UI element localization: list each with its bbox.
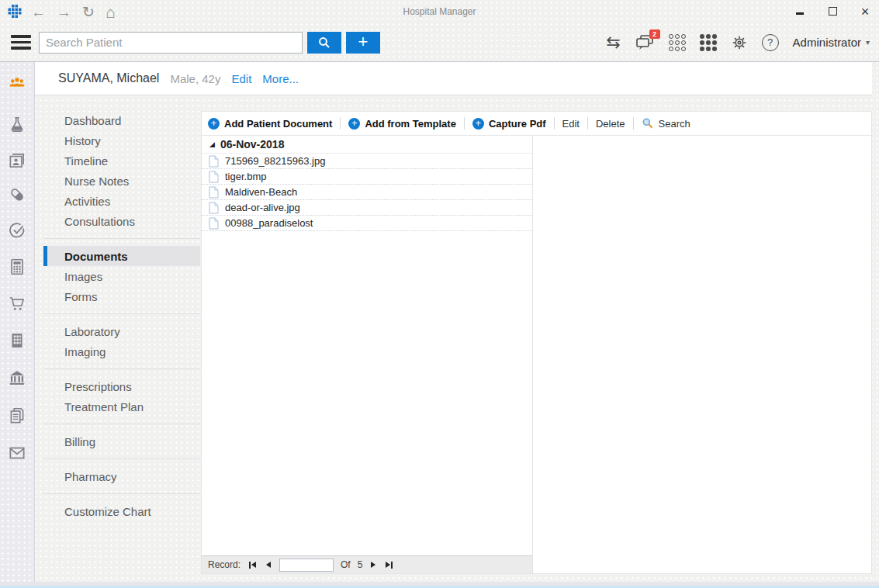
next-record-button[interactable] [369,562,377,568]
close-button[interactable]: × [857,5,873,19]
nav-divider [43,458,200,459]
document-row[interactable]: 715969_88215963.jpg [202,154,532,169]
calculator-icon[interactable] [7,257,27,277]
nav-item-activities[interactable]: Activities [43,191,200,211]
record-navigator: Record: Of 5 [202,555,532,573]
maximize-button[interactable] [825,6,840,17]
messages-badge: 2 [649,29,660,39]
patient-photo-icon[interactable] [7,150,27,171]
document-icon [209,217,219,230]
nav-item-documents[interactable]: Documents [43,246,200,266]
nav-item-imaging[interactable]: Imaging [43,341,200,361]
shopping-cart-icon[interactable] [7,293,27,313]
capture-pdf-button[interactable]: + Capture Pdf [472,118,546,130]
clinic-building-icon[interactable] [7,330,27,351]
refresh-icon[interactable]: ↻ [82,5,95,19]
nav-item-prescriptions[interactable]: Prescriptions [43,376,200,396]
plus-circle-icon: + [348,118,360,130]
nav-item-pharmacy[interactable]: Pharmacy [43,466,200,486]
title-bar: ← → ↻ ⌂ Hospital Manager × [0,0,879,23]
user-label: Administrator [793,36,861,49]
document-icon [209,155,219,168]
tasks-check-icon[interactable] [7,220,27,240]
patient-more-link[interactable]: More... [262,72,299,85]
last-record-button[interactable] [384,562,394,569]
previous-record-button[interactable] [265,562,272,568]
nav-item-dashboard[interactable]: Dashboard [43,110,200,130]
nav-item-forms[interactable]: Forms [43,286,200,306]
document-row[interactable]: dead-or-alive.jpg [202,200,532,216]
nav-item-customize-chart[interactable]: Customize Chart [43,501,200,521]
help-icon[interactable]: ? [762,34,779,51]
user-menu[interactable]: Administrator ▾ [793,36,870,49]
nav-item-history[interactable]: History [43,130,200,150]
nav-divider [43,424,200,424]
nav-item-images[interactable]: Images [43,266,200,286]
apps-filled-grid-icon[interactable] [700,34,717,51]
minimize-button[interactable] [792,6,808,17]
patient-bar: SUYAMA, Michael Male, 42y Edit More... [35,62,872,95]
chevron-down-icon: ▾ [866,38,870,47]
record-number-input[interactable] [279,559,334,572]
nav-item-treatment-plan[interactable]: Treatment Plan [43,396,200,417]
search-documents-button[interactable]: Search [642,117,690,130]
edit-button[interactable]: Edit [562,118,580,130]
document-icon [209,202,219,214]
plus-circle-icon: + [208,118,220,130]
document-row[interactable]: 00988_paradiselost [202,216,532,231]
apps-outline-grid-icon[interactable] [669,34,686,51]
lab-flask-icon[interactable] [7,115,27,135]
nav-item-consultations[interactable]: Consultations [43,211,200,231]
patient-nav: Dashboard History Timeline Nurse Notes A… [43,110,200,521]
plus-circle-icon: + [472,118,484,130]
menu-icon[interactable] [11,35,31,50]
date-group-header[interactable]: ◢ 06-Nov-2018 [202,136,532,154]
nav-item-timeline[interactable]: Timeline [43,150,200,171]
search-icon [318,36,330,49]
nav-divider [43,313,200,314]
collapse-triangle-icon[interactable]: ◢ [209,140,215,148]
messages-icon[interactable]: 2 [635,34,655,51]
back-icon[interactable]: ← [31,5,46,19]
record-of-label: Of [341,559,351,570]
medication-pill-icon[interactable] [7,185,27,205]
add-patient-button[interactable]: + [346,32,380,54]
settings-gear-icon[interactable] [731,34,748,51]
nav-divider [43,238,200,239]
document-row[interactable]: tiger.bmp [202,169,532,185]
record-label: Record: [208,559,241,570]
switch-icon[interactable]: ⇆ [606,33,620,53]
search-input[interactable] [39,32,303,54]
group-date-label: 06-Nov-2018 [220,138,285,150]
search-button[interactable] [307,32,341,54]
delete-button[interactable]: Delete [596,118,625,130]
nav-divider [43,368,200,369]
bank-institution-icon[interactable] [7,368,27,388]
documents-list: ◢ 06-Nov-2018 715969_88215963.jpg tiger.… [202,136,533,573]
document-row[interactable]: Maldiven-Beach [202,185,532,200]
patients-group-icon[interactable] [7,72,27,92]
documents-toolbar: + Add Patient Document + Add from Templa… [202,112,871,136]
patient-edit-link[interactable]: Edit [231,72,251,85]
main-toolbar: + ⇆ 2 [0,23,879,62]
forward-icon[interactable]: → [57,5,71,19]
icon-rail [0,62,35,582]
add-patient-document-button[interactable]: + Add Patient Document [208,118,332,130]
patient-name: SUYAMA, Michael [58,71,159,85]
record-total: 5 [358,559,363,570]
patient-demographics: Male, 42y [170,72,220,85]
document-icon [209,171,219,183]
nav-item-nurse-notes[interactable]: Nurse Notes [43,171,200,191]
home-icon[interactable]: ⌂ [106,4,116,20]
window-title: Hospital Manager [0,6,879,17]
mail-envelope-icon[interactable] [7,443,27,463]
document-icon [209,186,219,199]
window-bottom-edge [0,582,879,588]
nav-divider [43,493,200,494]
documents-copy-icon[interactable] [7,406,27,426]
first-record-button[interactable] [247,562,258,569]
nav-item-billing[interactable]: Billing [43,431,200,451]
add-from-template-button[interactable]: + Add from Template [348,118,456,130]
nav-item-laboratory[interactable]: Laboratory [43,321,200,341]
search-icon [642,117,654,130]
